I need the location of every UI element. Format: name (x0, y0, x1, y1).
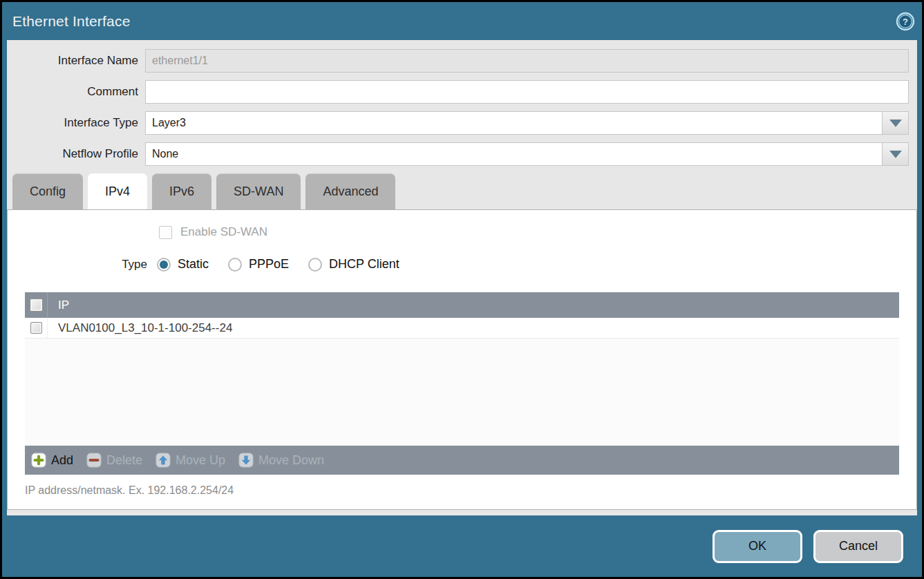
netflow-profile-dropdown-button[interactable] (883, 142, 909, 166)
ip-table: IP VLAN0100_L3_10-1-100-254--24 (25, 292, 899, 475)
chevron-down-icon (889, 151, 902, 158)
move-up-button[interactable]: Move Up (155, 453, 225, 468)
interface-type-label: Interface Type (7, 116, 145, 130)
enable-sdwan-row: Enable SD-WAN (8, 225, 916, 239)
form-row-comment: Comment (7, 80, 909, 104)
form-row-interface-type: Interface Type Layer3 (7, 111, 909, 135)
radio-option-pppoe[interactable]: PPPoE (228, 257, 289, 272)
radio-option-static[interactable]: Static (157, 257, 209, 272)
svg-text:?: ? (903, 17, 908, 27)
interface-type-value[interactable]: Layer3 (145, 111, 883, 135)
ip-helper-text: IP address/netmask. Ex. 192.168.2.254/24 (25, 484, 916, 497)
comment-field[interactable] (145, 80, 909, 104)
arrow-down-icon (238, 453, 254, 468)
radio-static[interactable] (157, 258, 171, 272)
table-empty-area (25, 339, 899, 446)
arrow-up-icon (155, 453, 171, 468)
select-all-checkbox[interactable] (30, 298, 43, 312)
cancel-button[interactable]: Cancel (813, 530, 903, 563)
ok-button[interactable]: OK (713, 530, 802, 563)
radio-option-dhcp-client[interactable]: DHCP Client (308, 257, 399, 272)
interface-name-label: Interface Name (7, 54, 145, 68)
tab-config[interactable]: Config (12, 173, 83, 209)
dialog-content: Interface Name Comment Interface Type La… (7, 40, 917, 515)
interface-type-dropdown-button[interactable] (883, 111, 909, 135)
minus-icon (86, 453, 102, 468)
radio-pppoe-label: PPPoE (249, 257, 289, 272)
radio-static-label: Static (178, 257, 209, 272)
ip-column-header: IP (48, 298, 69, 312)
header-checkbox-cell (25, 292, 48, 318)
chevron-down-icon (889, 120, 902, 127)
row-checkbox[interactable] (30, 322, 42, 334)
ipv4-tab-panel: Enable SD-WAN Type Static PPPoE DHCP Cli… (7, 209, 917, 510)
titlebar: Ethernet Interface ? (2, 2, 922, 40)
dialog-footer: OK Cancel (2, 515, 922, 577)
add-button-label: Add (51, 453, 73, 468)
radio-dhcp-client[interactable] (308, 258, 322, 272)
tab-advanced[interactable]: Advanced (305, 173, 395, 209)
netflow-profile-value[interactable]: None (145, 142, 883, 166)
radio-pppoe[interactable] (228, 258, 242, 272)
tab-ipv4[interactable]: IPv4 (88, 173, 147, 209)
tab-ipv6[interactable]: IPv6 (152, 173, 211, 209)
tab-sd-wan[interactable]: SD-WAN (216, 173, 301, 209)
form-row-interface-name: Interface Name (7, 49, 909, 73)
delete-button-label: Delete (106, 453, 142, 468)
row-checkbox-cell (25, 318, 48, 338)
enable-sdwan-label: Enable SD-WAN (180, 225, 267, 239)
ip-table-header: IP (25, 292, 899, 318)
move-down-button-label: Move Down (258, 453, 324, 468)
dialog-title: Ethernet Interface (12, 13, 131, 30)
comment-label: Comment (7, 85, 145, 99)
delete-button[interactable]: Delete (86, 453, 142, 468)
move-up-button-label: Move Up (176, 453, 225, 468)
type-row: Type Static PPPoE DHCP Client (8, 257, 916, 272)
add-button[interactable]: Add (31, 453, 73, 468)
table-row[interactable]: VLAN0100_L3_10-1-100-254--24 (25, 318, 899, 339)
move-down-button[interactable]: Move Down (238, 453, 324, 468)
netflow-profile-label: Netflow Profile (7, 147, 145, 161)
help-icon[interactable]: ? (896, 12, 915, 31)
plus-icon (31, 453, 46, 468)
ethernet-interface-dialog: Ethernet Interface ? Interface Name Comm… (0, 0, 924, 579)
row-ip-value: VLAN0100_L3_10-1-100-254--24 (48, 321, 232, 335)
tab-strip: Config IPv4 IPv6 SD-WAN Advanced (7, 173, 917, 209)
enable-sdwan-checkbox[interactable] (159, 226, 172, 239)
form-row-netflow-profile: Netflow Profile None (7, 142, 909, 166)
radio-dhcp-client-label: DHCP Client (329, 257, 399, 272)
table-toolbar: Add Delete Move Up (25, 446, 899, 475)
type-label: Type (8, 258, 147, 272)
interface-name-field[interactable] (145, 49, 909, 73)
